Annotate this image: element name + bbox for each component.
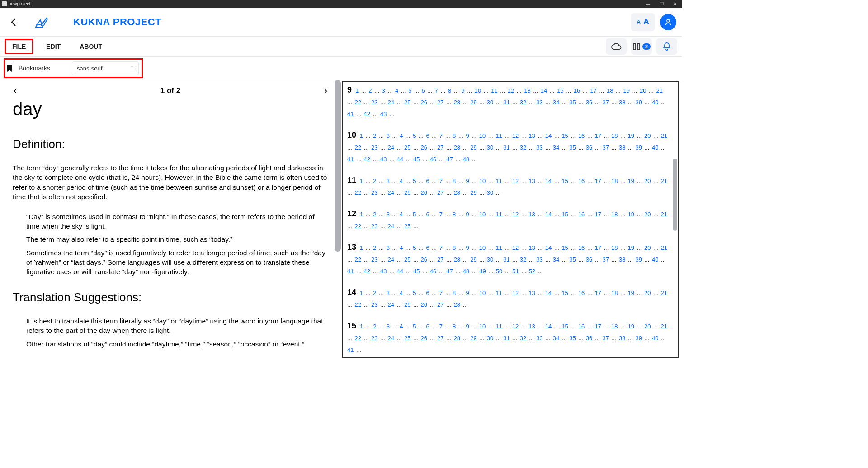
verse-link[interactable]: 42 [364,156,370,163]
verse-link[interactable]: 23 [371,223,377,229]
verse-link[interactable]: 19 [627,290,634,296]
verse-link[interactable]: 12 [512,290,519,296]
verse-link[interactable]: 13 [524,87,530,94]
verse-link[interactable]: 38 [619,99,625,106]
verse-link[interactable]: 17 [594,211,601,218]
verse-link[interactable]: 16 [578,211,585,218]
right-scrollbar[interactable] [673,159,677,231]
verse-link[interactable]: 9 [466,244,469,251]
verse-link[interactable]: 40 [652,335,658,342]
font-size-button[interactable]: A A [631,13,655,31]
verse-link[interactable]: 20 [640,87,646,94]
pager-next[interactable]: › [324,85,327,97]
verse-link[interactable]: 3 [387,211,390,218]
verse-link[interactable]: 20 [644,211,651,218]
verse-link[interactable]: 25 [404,223,410,229]
verse-link[interactable]: 33 [536,144,542,151]
verse-link[interactable]: 28 [454,189,460,196]
verse-link[interactable]: 19 [627,244,634,251]
verse-link[interactable]: 36 [586,335,592,342]
font-family-select[interactable]: sans-serif ▴▾ [72,61,139,75]
verse-link[interactable]: 34 [553,99,559,106]
menu-file[interactable]: FILE [5,39,33,54]
verse-link[interactable]: 45 [413,268,420,275]
verse-link[interactable]: 44 [397,268,403,275]
verse-link[interactable]: 16 [574,87,580,94]
verse-link[interactable]: 24 [388,256,394,263]
verse-link[interactable]: 3 [387,323,390,330]
verse-link[interactable]: 11 [495,132,502,139]
verse-link[interactable]: 47 [446,268,453,275]
verse-link[interactable]: 17 [594,323,601,330]
verse-link[interactable]: 3 [382,87,385,94]
verse-link[interactable]: 3 [387,290,390,296]
verse-link[interactable]: 52 [529,268,535,275]
verse-link[interactable]: 25 [404,256,410,263]
verse-link[interactable]: 9 [466,178,469,184]
verse-link[interactable]: 13 [528,323,535,330]
verse-link[interactable]: 9 [461,87,464,94]
verse-link[interactable]: 29 [470,189,476,196]
verse-link[interactable]: 10 [479,211,486,218]
verse-link[interactable]: 35 [569,99,576,106]
verse-link[interactable]: 14 [545,211,552,218]
verse-link[interactable]: 6 [422,87,425,94]
verse-link[interactable]: 43 [380,111,387,117]
verse-link[interactable]: 16 [578,323,585,330]
verse-link[interactable]: 33 [536,99,542,106]
verse-link[interactable]: 11 [495,323,502,330]
verse-link[interactable]: 34 [553,256,559,263]
verse-link[interactable]: 10 [475,87,481,94]
verse-link[interactable]: 27 [437,335,443,342]
verse-link[interactable]: 13 [528,178,535,184]
verse-link[interactable]: 12 [512,244,519,251]
back-button[interactable] [5,13,24,31]
verse-link[interactable]: 31 [503,99,509,106]
verse-link[interactable]: 17 [594,290,601,296]
verse-link[interactable]: 34 [553,144,559,151]
verse-link[interactable]: 41 [347,156,354,163]
verse-link[interactable]: 20 [644,323,651,330]
verse-link[interactable]: 27 [437,301,443,308]
verse-link[interactable]: 22 [354,335,361,342]
verse-link[interactable]: 15 [561,211,568,218]
verse-link[interactable]: 41 [347,111,354,117]
window-close[interactable]: ✕ [668,0,682,8]
verse-link[interactable]: 30 [487,144,493,151]
verse-link[interactable]: 6 [426,290,429,296]
notifications-button[interactable] [656,38,677,55]
verse-link[interactable]: 30 [487,189,493,196]
verse-link[interactable]: 10 [479,132,486,139]
verse-link[interactable]: 3 [387,178,390,184]
verse-link[interactable]: 19 [627,211,634,218]
verse-link[interactable]: 25 [404,99,410,106]
verse-link[interactable]: 24 [388,223,394,229]
verse-link[interactable]: 30 [487,335,493,342]
verse-link[interactable]: 31 [503,144,509,151]
verse-link[interactable]: 7 [439,132,443,139]
verse-link[interactable]: 9 [466,211,469,218]
verse-link[interactable]: 28 [454,335,460,342]
verse-link[interactable]: 21 [661,244,667,251]
verse-link[interactable]: 31 [503,335,509,342]
verse-link[interactable]: 14 [545,132,552,139]
verse-link[interactable]: 40 [652,144,658,151]
verse-link[interactable]: 12 [512,211,519,218]
verse-link[interactable]: 35 [569,335,576,342]
bookmarks-button[interactable]: Bookmarks [19,65,50,72]
verse-link[interactable]: 14 [545,244,552,251]
verse-link[interactable]: 27 [437,99,443,106]
verse-link[interactable]: 30 [487,256,493,263]
verse-link[interactable]: 23 [371,189,377,196]
verse-link[interactable]: 26 [421,301,427,308]
verse-link[interactable]: 40 [652,99,658,106]
verse-link[interactable]: 16 [578,244,585,251]
verse-link[interactable]: 28 [454,99,460,106]
verse-link[interactable]: 13 [528,211,535,218]
verse-link[interactable]: 16 [578,290,585,296]
verse-link[interactable]: 33 [536,335,542,342]
verse-link[interactable]: 25 [404,189,410,196]
verse-link[interactable]: 21 [656,87,663,94]
verse-link[interactable]: 7 [439,323,443,330]
cloud-sync-button[interactable] [606,38,627,55]
